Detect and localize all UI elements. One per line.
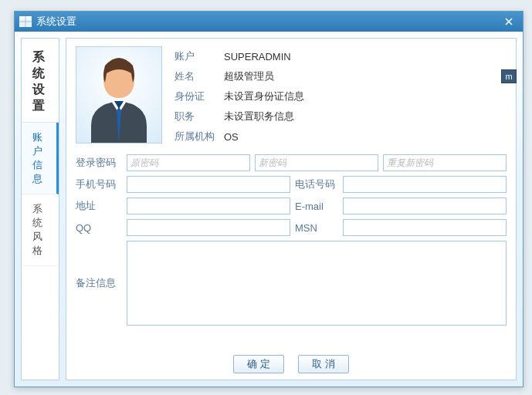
mobile-label: 手机号码	[76, 177, 122, 191]
info-label: 账户	[175, 49, 224, 63]
old-password-input[interactable]	[127, 154, 250, 171]
content-panel: m 账户SUPERADMIN 姓名超级管理员 身份证未设置身份证信息	[66, 38, 517, 380]
settings-window: 系统设置 系统设置 账户信息 系统风格 m	[14, 11, 524, 387]
address-label: 地址	[76, 199, 122, 213]
info-value: SUPERADMIN	[224, 51, 291, 62]
info-value: 未设置身份证信息	[224, 89, 304, 103]
login-pw-label: 登录密码	[76, 156, 122, 170]
remarks-label: 备注信息	[76, 276, 122, 290]
msn-label: MSN	[295, 222, 338, 234]
phone-input[interactable]	[343, 176, 507, 193]
titlebar[interactable]: 系统设置	[15, 12, 523, 32]
mobile-input[interactable]	[127, 176, 290, 193]
email-label: E-mail	[295, 201, 338, 212]
info-value: 未设置职务信息	[224, 110, 294, 123]
cancel-button[interactable]: 取 消	[298, 355, 349, 373]
msn-input[interactable]	[343, 219, 507, 236]
sidebar: 系统设置 账户信息 系统风格	[21, 38, 59, 380]
side-badge[interactable]: m	[501, 69, 517, 83]
sidebar-heading: 系统设置	[22, 39, 59, 123]
email-input[interactable]	[343, 198, 507, 214]
info-value: 超级管理员	[224, 69, 274, 83]
info-value: OS	[224, 131, 239, 143]
close-button[interactable]	[500, 15, 518, 29]
window-body: 系统设置 账户信息 系统风格 m	[15, 32, 523, 387]
info-label: 姓名	[175, 69, 224, 83]
info-label: 职务	[175, 110, 224, 123]
form-area: 登录密码 手机号码 电话号码 地址 E-mail	[76, 154, 507, 349]
qq-label: QQ	[76, 222, 122, 234]
sidebar-item-style[interactable]: 系统风格	[22, 194, 59, 266]
avatar	[76, 46, 162, 143]
sidebar-item-account[interactable]: 账户信息	[22, 123, 59, 194]
avatar-icon	[80, 52, 158, 143]
phone-label: 电话号码	[295, 177, 338, 191]
dialog-footer: 确 定 取 消	[76, 349, 507, 373]
remarks-textarea[interactable]	[127, 241, 507, 326]
repeat-password-input[interactable]	[383, 154, 507, 171]
address-input[interactable]	[127, 198, 290, 214]
qq-input[interactable]	[127, 219, 290, 236]
info-label: 所属机构	[175, 130, 224, 143]
close-icon	[505, 18, 513, 25]
info-label: 身份证	[175, 89, 224, 103]
window-icon	[19, 16, 32, 27]
sidebar-item-label: 账户信息	[32, 131, 42, 184]
new-password-input[interactable]	[255, 154, 378, 171]
sidebar-item-label: 系统风格	[32, 203, 42, 256]
info-table: 账户SUPERADMIN 姓名超级管理员 身份证未设置身份证信息 职务未设置职务…	[175, 46, 507, 147]
window-title: 系统设置	[36, 15, 76, 29]
ok-button[interactable]: 确 定	[233, 355, 284, 373]
